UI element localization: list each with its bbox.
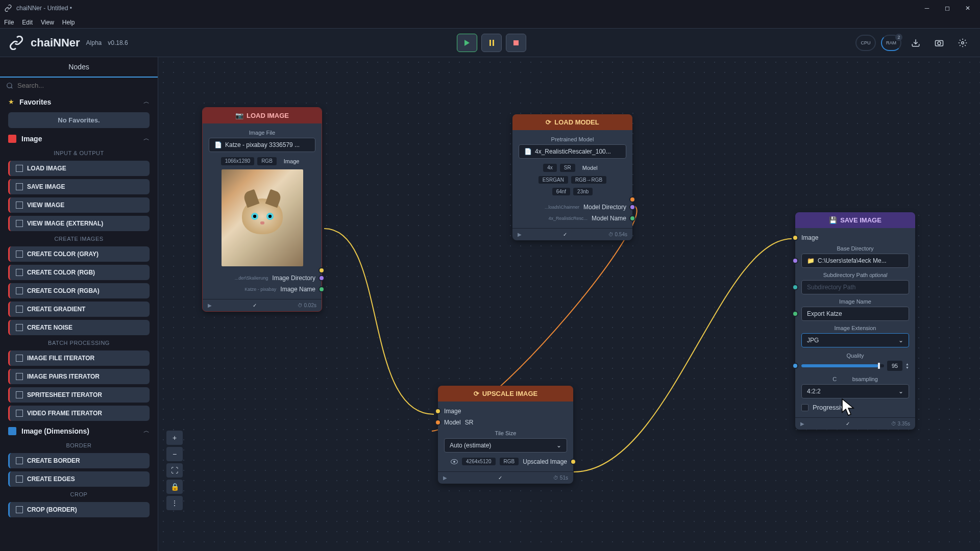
menu-edit[interactable]: Edit [22,19,33,26]
chroma-select[interactable]: 4:2:2⌄ [801,384,909,398]
input-image: Image [801,232,909,243]
node-footer: ▶✓⏱ 51s [438,471,573,484]
sidebar-item-save-image[interactable]: SAVE IMAGE [8,179,150,194]
svg-point-3 [962,41,964,44]
zoom-in-button[interactable]: + [166,431,183,445]
camera-icon[interactable] [930,34,948,52]
svg-point-2 [938,41,941,44]
node-upscale-image[interactable]: ⟳ UPSCALE IMAGE Image Model SR Tile Size… [438,386,573,484]
sidebar-item-gradient[interactable]: CREATE GRADIENT [8,302,150,317]
create-label: CREATE IMAGES [0,233,158,245]
output-image [209,268,315,272]
node-header[interactable]: 📷 LOAD IMAGE [203,108,322,123]
node-header[interactable]: ⟳ LOAD MODEL [512,114,632,130]
zoom-lock-button[interactable]: 🔒 [166,480,183,494]
no-favorites: No Favorites. [8,112,150,128]
output-name: Katze - pixabayImage Name [209,284,315,295]
sidebar-item-create-edges[interactable]: CREATE EDGES [8,471,150,487]
zoom-menu-button[interactable]: ⋮ [166,496,183,510]
image-cat-icon [8,135,16,143]
eye-icon [451,459,458,464]
quality-label: Quality [801,350,909,361]
sidebar-item-view-external[interactable]: VIEW IMAGE (EXTERNAL) [8,216,150,231]
node-load-model[interactable]: ⟳ LOAD MODEL Pretrained Model 📄 4x_Reali… [512,114,632,240]
sub-field[interactable]: Subdirectory Path [801,280,909,294]
search-input[interactable] [17,82,152,89]
favorites-section[interactable]: ★Favorites ︿ [0,93,158,110]
titlebar: chaiNNer - Untitled • ─ ◻ ✕ [0,0,980,16]
sidebar-tab-nodes[interactable]: Nodes [0,57,158,78]
node-save-image[interactable]: 💾 SAVE IMAGE Image Base Directory 📁 C:\U… [795,212,915,430]
sidebar-item-noise[interactable]: CREATE NOISE [8,320,150,335]
dir-label: Base Directory [801,243,909,254]
name-field[interactable]: Export Katze [801,307,909,321]
window-minimize[interactable]: ─ [919,3,935,13]
border-label: BORDER [0,439,158,452]
image-section[interactable]: Image ︿ [0,130,158,147]
quality-spinner[interactable]: ▲▼ [905,362,909,369]
chevron-up-icon: ︿ [143,97,150,106]
output-upscaled: 4264x5120 RGB Upscaled Image [444,456,567,467]
dir-field[interactable]: 📁 C:\Users\stefa\4eck Me... [801,254,909,268]
download-icon[interactable] [906,34,925,52]
sidebar-item-create-border[interactable]: CREATE BORDER [8,453,150,468]
svg-line-5 [11,87,12,88]
file-field[interactable]: 📄 Katze - pixabay 3336579 ... [209,138,315,152]
preview-image [222,169,303,266]
sidebar-item-load-image[interactable]: LOAD IMAGE [8,161,150,176]
node-footer: ▶✓⏱ 3.35s [795,417,915,430]
node-header[interactable]: 💾 SAVE IMAGE [795,212,915,228]
sidebar-search[interactable] [0,78,158,93]
dim-cat-icon [8,427,16,435]
batch-label: BATCH PROCESSING [0,337,158,349]
quality-slider[interactable]: 95 ▲▼ [801,361,909,371]
menu-view[interactable]: View [41,19,54,26]
sidebar: Nodes ★Favorites ︿ No Favorites. Image ︿… [0,57,158,551]
menu-file[interactable]: File [4,19,14,26]
sidebar-item-sprite-iter[interactable]: SPRITESHEET ITERATOR [8,387,150,403]
tile-select[interactable]: Auto (estimate)⌄ [444,438,567,453]
node-footer: ▶✓⏱ 0.54s [512,228,632,240]
sidebar-item-view-image[interactable]: VIEW IMAGE [8,197,150,213]
output-model [519,197,626,202]
pause-button[interactable] [481,34,502,52]
zoom-controls: + − ⛶ 🔒 ⋮ [166,431,183,510]
sidebar-item-cc-rgb[interactable]: CREATE COLOR (RGB) [8,265,150,280]
sub-label: Subdirectory Path optional [801,270,909,280]
chroma-label: C bsampling [801,374,909,384]
ext-select[interactable]: JPG⌄ [801,333,909,347]
brand-alpha: Alpha [86,39,102,46]
window-maximize[interactable]: ◻ [939,3,955,13]
svg-point-4 [7,83,12,87]
progressive-check[interactable]: Progressive [801,402,909,413]
output-model-name: 4x_RealisticResc...Model Name [519,213,626,224]
tile-label: Tile Size [444,428,567,438]
sidebar-item-video-iter[interactable]: VIDEO FRAME ITERATOR [8,406,150,421]
node-footer: ▶✓⏱ 0.02s [203,299,322,311]
crop-label: CROP [0,488,158,500]
model-field[interactable]: 📄 4x_RealisticRescaler_100... [519,144,626,159]
zoom-out-button[interactable]: − [166,447,183,461]
sidebar-item-cc-gray[interactable]: CREATE COLOR (GRAY) [8,246,150,262]
node-header[interactable]: ⟳ UPSCALE IMAGE [438,386,573,402]
menu-help[interactable]: Help [62,19,75,26]
sidebar-item-pairs-iter[interactable]: IMAGE PAIRS ITERATOR [8,369,150,384]
play-button[interactable] [457,34,477,52]
toolbar: chaiNNer Alpha v0.18.6 CPU RAM2 [0,29,980,57]
ram-monitor: RAM2 [881,35,901,51]
stop-button[interactable] [506,34,526,52]
dimensions-section[interactable]: Image (Dimensions) ︿ [0,422,158,439]
window-title: chaiNNer - Untitled • [16,5,72,12]
ext-label: Image Extension [801,323,909,333]
sidebar-item-cc-rgba[interactable]: CREATE COLOR (RGBA) [8,283,150,298]
window-close[interactable]: ✕ [960,3,976,13]
sidebar-item-file-iter[interactable]: IMAGE FILE ITERATOR [8,350,150,366]
brand-name: chaiNNer [31,36,80,49]
settings-icon[interactable] [953,34,972,52]
zoom-fit-button[interactable]: ⛶ [166,463,183,478]
sidebar-item-crop-border[interactable]: CROP (BORDER) [8,502,150,517]
brand-version: v0.18.6 [108,39,128,46]
chevron-up-icon: ︿ [143,134,150,143]
node-load-image[interactable]: 📷 LOAD IMAGE Image File 📄 Katze - pixaba… [202,107,322,312]
canvas[interactable]: 📷 LOAD IMAGE Image File 📄 Katze - pixaba… [158,57,980,551]
